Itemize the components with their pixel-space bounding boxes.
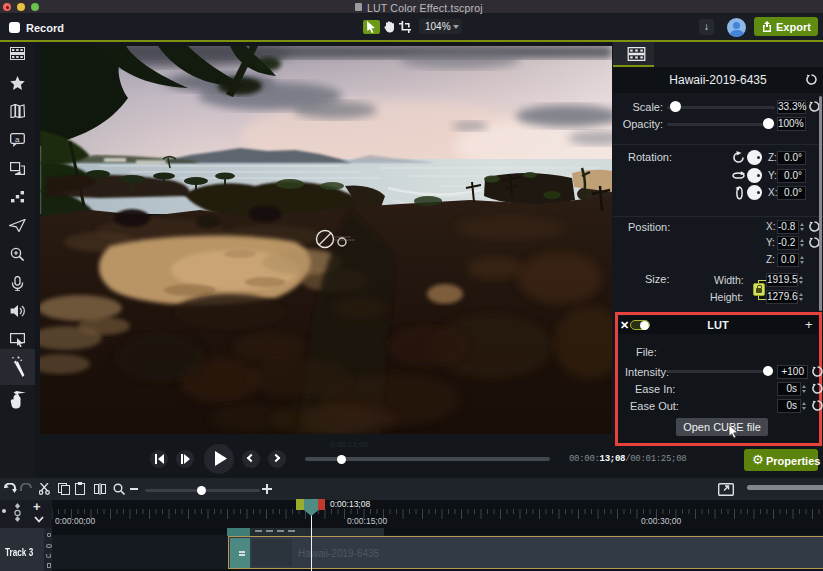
- svg-text:a: a: [15, 135, 20, 144]
